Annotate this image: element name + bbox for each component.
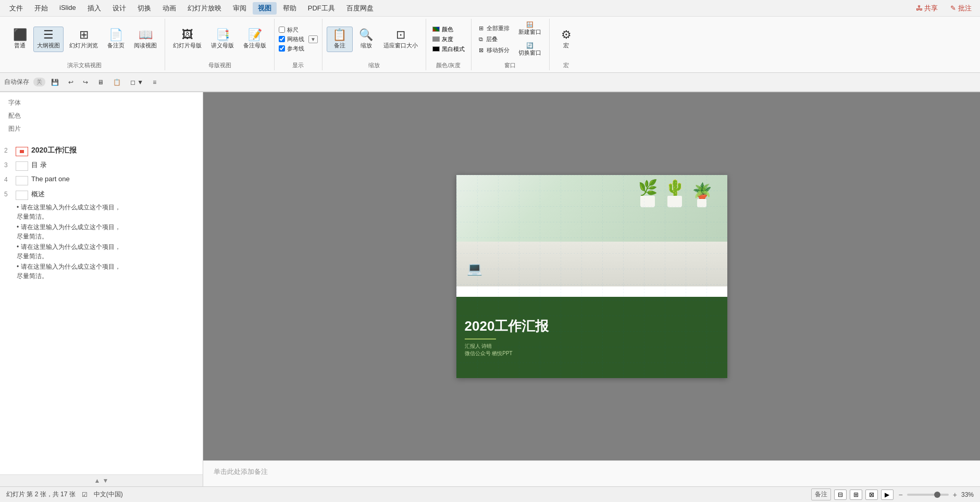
- zoom-in-btn[interactable]: +: [952, 491, 958, 499]
- outline-font-item[interactable]: 字体: [0, 96, 203, 109]
- handout-master-btn[interactable]: 📑 讲义母版: [207, 27, 238, 52]
- ribbon-container: 文件 开始 iSlide 插入 设计 切换 动画 幻灯片放映 审阅 视图 帮助 …: [0, 0, 980, 92]
- menu-bar: 文件 开始 iSlide 插入 设计 切换 动画 幻灯片放映 审阅 视图 帮助 …: [0, 0, 980, 17]
- show-dialog-btn[interactable]: ▼: [308, 35, 318, 43]
- outline-slide-5[interactable]: 5 概述: [0, 187, 203, 202]
- normal-view-status[interactable]: ⊟: [834, 490, 847, 500]
- slide-wechat: 微信公众号 栖悦PPT: [465, 350, 719, 357]
- outline-scroll[interactable]: 字体 配色 图片 2 2020工作汇报 3 目 录 4: [0, 92, 203, 474]
- color-mode-buttons: 颜色 灰度 黑白模式: [430, 19, 467, 59]
- toolbar: 自动保存 关 💾 ↩ ↪ 🖥 📋 ◻ ▼ ≡: [0, 73, 980, 92]
- notes-master-label: 备注母版: [243, 42, 266, 49]
- status-view-icons: 备注 ⊟ ⊞ ⊠ ▶: [811, 488, 894, 500]
- share-button[interactable]: 🖧 共享: [912, 3, 942, 14]
- batch-button[interactable]: ✎ 批注: [946, 3, 976, 14]
- menu-help[interactable]: 帮助: [278, 2, 302, 15]
- menu-items: 文件 开始 iSlide 插入 设计 切换 动画 幻灯片放映 审阅 视图 帮助 …: [4, 2, 379, 15]
- outline-slide-3[interactable]: 3 目 录: [0, 158, 203, 173]
- notes-master-icon: 📝: [248, 29, 262, 41]
- ruler-checkbox-label[interactable]: 标尺: [279, 26, 304, 34]
- desk-surface: 💻: [456, 242, 727, 286]
- rearrange-all-btn[interactable]: ⊞ 全部重排: [476, 23, 513, 33]
- slide-2-thumb-inner: [20, 150, 24, 153]
- slide-master-btn[interactable]: 🖼 幻灯片母版: [169, 27, 205, 52]
- macro-label: 宏: [563, 42, 569, 49]
- view-notes-btn[interactable]: 📄 备注页: [104, 27, 128, 52]
- window-buttons: ⊞ 全部重排 ⧉ 层叠 ⊠ 移动拆分 🪟 新建窗口: [476, 19, 545, 59]
- notes-view-btn-zoom[interactable]: 📋 备注: [327, 27, 353, 52]
- menu-transition[interactable]: 切换: [132, 2, 156, 15]
- plant-leaves-1: 🌿: [638, 180, 658, 196]
- autosave-toggle[interactable]: 关: [33, 78, 45, 86]
- fit-window-btn[interactable]: ⊡ 适应窗口大小: [380, 27, 421, 52]
- gridlines-checkbox[interactable]: [279, 36, 285, 42]
- canvas-area: 🌿 🌵 🪴: [203, 92, 980, 486]
- undo-btn[interactable]: ↩: [65, 77, 77, 87]
- slide-view-status[interactable]: ⊞: [850, 490, 862, 500]
- group-label-color: 颜色/灰度: [436, 61, 461, 70]
- plant-pot-1: 🌿: [638, 180, 658, 207]
- outline-image-item[interactable]: 图片: [0, 122, 203, 135]
- menu-animation[interactable]: 动画: [157, 2, 181, 15]
- color-modes: 颜色 灰度 黑白模式: [430, 25, 467, 54]
- slide-canvas[interactable]: 🌿 🌵 🪴: [456, 175, 727, 378]
- zoom-out-btn[interactable]: −: [898, 491, 904, 499]
- ruler-checkbox[interactable]: [279, 27, 285, 33]
- view-normal-btn[interactable]: ⬛ 普通: [8, 27, 31, 52]
- notes-status-btn[interactable]: 备注: [811, 488, 831, 500]
- vase-2: [667, 196, 682, 207]
- view-slide-browse-btn[interactable]: ⊞ 幻灯片浏览: [66, 27, 102, 52]
- gridlines-checkbox-label[interactable]: 网格线: [279, 35, 304, 43]
- menu-pdf[interactable]: PDF工具: [303, 2, 340, 15]
- quick-access-1[interactable]: 📋: [109, 77, 125, 87]
- menu-file[interactable]: 文件: [4, 2, 28, 15]
- grayscale-mode-btn[interactable]: 灰度: [430, 35, 467, 44]
- menu-home[interactable]: 开始: [29, 2, 53, 15]
- switch-window-btn[interactable]: 🔄 切换窗口: [515, 40, 545, 59]
- reading-view-status[interactable]: ⊠: [865, 490, 878, 500]
- customize-toolbar[interactable]: ≡: [149, 77, 160, 87]
- guides-checkbox-label[interactable]: 参考线: [279, 45, 304, 53]
- zoom-control: − + 33%: [898, 491, 974, 499]
- menu-design[interactable]: 设计: [107, 2, 131, 15]
- menu-slideshow[interactable]: 幻灯片放映: [182, 2, 227, 15]
- notes-area[interactable]: 单击此处添加备注: [203, 460, 980, 486]
- macro-btn[interactable]: ⚙ 宏: [554, 23, 579, 55]
- vase-1: [640, 196, 655, 207]
- cascade-btn[interactable]: ⧉ 层叠: [476, 34, 501, 44]
- menu-islide[interactable]: iSlide: [54, 2, 81, 15]
- guides-checkbox[interactable]: [279, 45, 285, 52]
- slide-reporter: 汇报人 诗晴: [465, 343, 719, 350]
- quick-access-2[interactable]: ◻ ▼: [127, 77, 147, 87]
- notes-master-btn[interactable]: 📝 备注母版: [240, 27, 270, 52]
- outline-color-item[interactable]: 配色: [0, 109, 203, 122]
- zoom-slider[interactable]: [907, 494, 949, 496]
- menu-review[interactable]: 审阅: [228, 2, 252, 15]
- redo-btn[interactable]: ↪: [79, 77, 92, 87]
- view-reading-btn[interactable]: 📖 阅读视图: [130, 27, 160, 52]
- laptop-icon: 💻: [467, 261, 482, 275]
- menu-insert[interactable]: 插入: [82, 2, 106, 15]
- slide-bottom-bar: 2020工作汇报 汇报人 诗晴 微信公众号 栖悦PPT: [456, 297, 727, 378]
- bw-mode-btn[interactable]: 黑白模式: [430, 45, 467, 54]
- menu-view[interactable]: 视图: [253, 2, 277, 15]
- outline-slide-4[interactable]: 4 The part one: [0, 173, 203, 187]
- scroll-down-btn[interactable]: ▼: [103, 477, 109, 484]
- zoom-thumb[interactable]: [934, 492, 940, 498]
- window-right-btns: 🪟 新建窗口 🔄 切换窗口: [515, 19, 545, 59]
- outline-slide-2[interactable]: 2 2020工作汇报: [0, 144, 203, 158]
- zoom-btn-ribbon[interactable]: 🔍 缩放: [355, 27, 378, 52]
- save-btn[interactable]: 💾: [47, 77, 63, 87]
- view-outline-btn[interactable]: ☰ 大纲视图: [33, 27, 64, 52]
- slideshow-view-status[interactable]: ▶: [881, 490, 894, 500]
- scroll-up-btn[interactable]: ▲: [94, 477, 101, 484]
- monitor-btn[interactable]: 🖥: [94, 77, 107, 87]
- zoom-buttons: 📋 备注 🔍 缩放 ⊡ 适应窗口大小: [327, 19, 421, 59]
- normal-view-label: 普通: [14, 42, 26, 49]
- move-split-btn[interactable]: ⊠ 移动拆分: [476, 45, 513, 55]
- slide-count-info: 幻灯片 第 2 张，共 17 张: [6, 490, 76, 499]
- new-window-btn[interactable]: 🪟 新建窗口: [515, 19, 545, 39]
- switch-window-icon: 🔄: [526, 42, 534, 49]
- menu-baidu[interactable]: 百度网盘: [341, 2, 379, 15]
- color-mode-btn[interactable]: 颜色: [430, 25, 467, 34]
